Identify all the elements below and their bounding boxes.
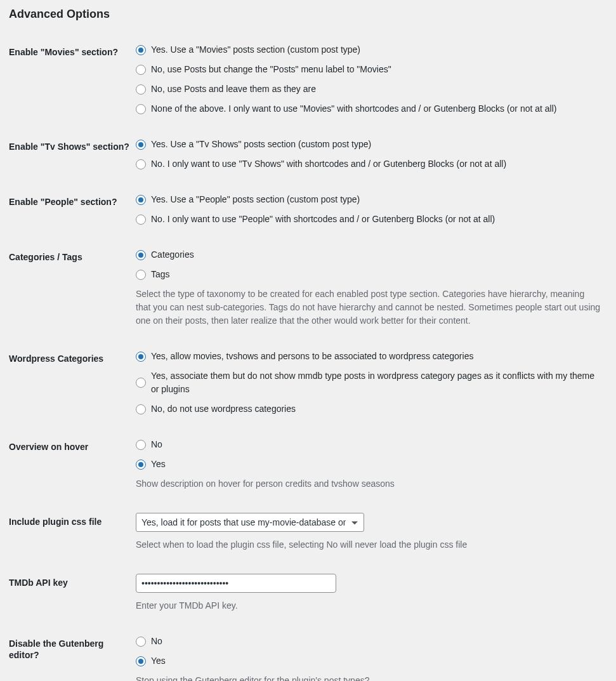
radio-label[interactable]: Categories <box>151 248 194 261</box>
field-description: Select when to load the plugin css file,… <box>136 538 601 552</box>
radio-taxonomy-categories[interactable] <box>136 250 146 260</box>
radio-label[interactable]: No, do not use wordpress categories <box>151 402 296 416</box>
field-label-hover: Overview on hover <box>9 428 136 503</box>
field-label-gutenberg: Disable the Gutenberg editor? <box>9 625 136 681</box>
radio-label[interactable]: No, use Posts but change the "Posts" men… <box>151 63 391 76</box>
radio-label[interactable]: No. I only want to use "People" with sho… <box>151 213 495 226</box>
section-heading: Advanced Options <box>9 8 607 21</box>
field-label-tvshows: Enable "Tv Shows" section? <box>9 128 136 183</box>
radio-label[interactable]: Yes <box>151 654 166 668</box>
field-description: Enter your TMDb API key. <box>136 599 601 612</box>
radio-hover-no[interactable] <box>136 440 146 450</box>
radio-label[interactable]: Yes. Use a "Tv Shows" posts section (cus… <box>151 138 371 151</box>
radio-label[interactable]: No. I only want to use "Tv Shows" with s… <box>151 157 506 171</box>
radio-tvshows-yes[interactable] <box>136 140 146 150</box>
radio-wpcat-yes[interactable] <box>136 352 146 362</box>
radio-label[interactable]: Yes, associate them but do not show mmdb… <box>151 369 601 396</box>
radio-tvshows-no[interactable] <box>136 159 146 169</box>
select-css-load[interactable]: Yes, load it for posts that use my-movie… <box>136 513 364 532</box>
advanced-options-form: Enable "Movies" section? Yes. Use a "Mov… <box>9 34 607 681</box>
radio-hover-yes[interactable] <box>136 460 146 470</box>
radio-wpcat-no[interactable] <box>136 404 146 414</box>
select-wrapper: Yes, load it for posts that use my-movie… <box>136 513 364 532</box>
field-description: Show description on hover for person cre… <box>136 477 601 491</box>
radio-people-no[interactable] <box>136 215 146 225</box>
field-label-taxonomy: Categories / Tags <box>9 239 136 340</box>
radio-label[interactable]: Yes. Use a "People" posts section (custo… <box>151 193 360 206</box>
radio-label[interactable]: None of the above. I only want to use "M… <box>151 102 557 116</box>
radio-gutenberg-yes[interactable] <box>136 656 146 666</box>
input-tmdb-api-key[interactable] <box>136 574 336 593</box>
radio-label[interactable]: No, use Posts and leave them as they are <box>151 83 316 96</box>
field-label-apikey: TMDb API key <box>9 564 136 625</box>
radio-movies-posts-rename[interactable] <box>136 65 146 75</box>
radio-taxonomy-tags[interactable] <box>136 270 146 280</box>
field-label-css: Include plugin css file <box>9 503 136 564</box>
field-description: Select the type of taxonomy to be create… <box>136 288 601 327</box>
radio-label[interactable]: No <box>151 635 162 648</box>
field-label-people: Enable "People" section? <box>9 183 136 239</box>
field-description: Stop using the Gutenberg editor for the … <box>136 674 601 681</box>
field-label-wpcategories: Wordpress Categories <box>9 340 136 428</box>
radio-label[interactable]: Yes <box>151 458 166 471</box>
radio-label[interactable]: Yes. Use a "Movies" posts section (custo… <box>151 43 360 56</box>
radio-movies-none[interactable] <box>136 104 146 114</box>
radio-movies-yes[interactable] <box>136 45 146 55</box>
radio-people-yes[interactable] <box>136 195 146 205</box>
radio-label[interactable]: No <box>151 438 162 451</box>
field-label-movies: Enable "Movies" section? <box>9 34 136 128</box>
radio-wpcat-yes-hide[interactable] <box>136 378 146 388</box>
radio-label[interactable]: Yes, allow movies, tvshows and persons t… <box>151 350 473 363</box>
radio-movies-posts-leave[interactable] <box>136 84 146 95</box>
radio-gutenberg-no[interactable] <box>136 637 146 647</box>
radio-label[interactable]: Tags <box>151 268 170 281</box>
